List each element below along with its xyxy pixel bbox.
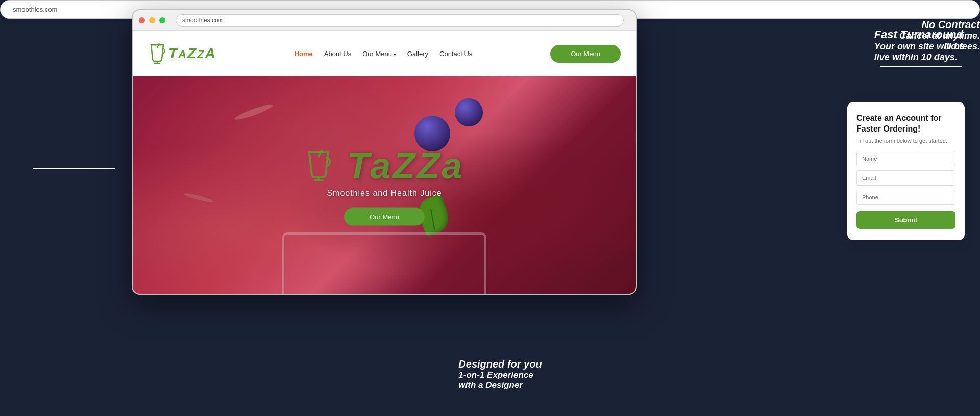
designed-line2: 1-on-1 Experience bbox=[458, 370, 542, 380]
svg-line-3 bbox=[157, 43, 159, 48]
logo: TAZZA bbox=[148, 43, 216, 64]
submit-button[interactable]: Submit bbox=[856, 211, 955, 229]
designed-line1: Designed for you bbox=[458, 358, 542, 370]
address-bar[interactable]: smoothies.com bbox=[176, 14, 624, 27]
navbar-cta-button[interactable]: Our Menu bbox=[550, 45, 621, 63]
blueberry-small bbox=[455, 98, 483, 126]
nav-home[interactable]: Home bbox=[295, 50, 313, 58]
hero-subtitle: Smoothies and Health Juice bbox=[305, 188, 464, 197]
logo-cup-icon bbox=[148, 43, 166, 64]
website-content: TAZZA Home About Us Our Menu Gallery Con… bbox=[133, 31, 636, 294]
hero-section: TaZZa Smoothies and Health Juice Our Men… bbox=[133, 76, 636, 294]
browser-chrome: smoothies.com bbox=[133, 10, 636, 31]
divider-right bbox=[880, 66, 962, 67]
fast-turnaround-line3: live within 10 days. bbox=[874, 52, 965, 63]
email-input[interactable] bbox=[856, 170, 955, 186]
glass-rim bbox=[282, 232, 486, 294]
dot-red bbox=[139, 17, 145, 23]
svg-line-7 bbox=[318, 150, 322, 158]
hero-background: TaZZa Smoothies and Health Juice Our Men… bbox=[133, 76, 636, 294]
designed-line3: with a Designer bbox=[458, 380, 542, 391]
account-panel: Create an Account for Faster Ordering! F… bbox=[847, 102, 965, 240]
nav-links: Home About Us Our Menu Gallery Contact U… bbox=[295, 50, 473, 58]
logo-text: TAZZA bbox=[168, 45, 216, 62]
hero-logo-text: TaZZa bbox=[347, 145, 464, 186]
nav-gallery[interactable]: Gallery bbox=[407, 50, 428, 58]
bottom-label: Designed for you 1-on-1 Experience with … bbox=[458, 358, 542, 391]
browser-mockup: smoothies.com TAZZA bbox=[132, 9, 637, 295]
nav-about[interactable]: About Us bbox=[324, 50, 351, 58]
dot-yellow bbox=[149, 17, 155, 23]
account-subtitle: Fill out the form below to get started. bbox=[856, 138, 955, 144]
hero-cta-button[interactable]: Our Menu bbox=[344, 207, 425, 225]
nav-contact[interactable]: Contact Us bbox=[439, 50, 472, 58]
texture-2 bbox=[183, 192, 214, 204]
dot-green-chrome bbox=[159, 17, 165, 23]
fast-turnaround-line2: Your own site will be bbox=[874, 41, 965, 52]
divider-left bbox=[33, 168, 115, 169]
phone-input[interactable] bbox=[856, 190, 955, 205]
hero-cup-icon bbox=[305, 149, 333, 183]
hero-logo-big: TaZZa bbox=[305, 145, 464, 185]
account-title: Create an Account for Faster Ordering! bbox=[856, 113, 955, 135]
navbar: TAZZA Home About Us Our Menu Gallery Con… bbox=[133, 31, 636, 76]
fast-turnaround-line1: Fast Turnaround bbox=[874, 28, 965, 41]
name-input[interactable] bbox=[856, 151, 955, 166]
texture-1 bbox=[234, 102, 274, 122]
nav-menu[interactable]: Our Menu bbox=[362, 50, 396, 58]
fast-turnaround-label: Fast Turnaround Your own site will be li… bbox=[874, 28, 965, 63]
hero-center-content: TaZZa Smoothies and Health Juice Our Men… bbox=[305, 145, 464, 226]
